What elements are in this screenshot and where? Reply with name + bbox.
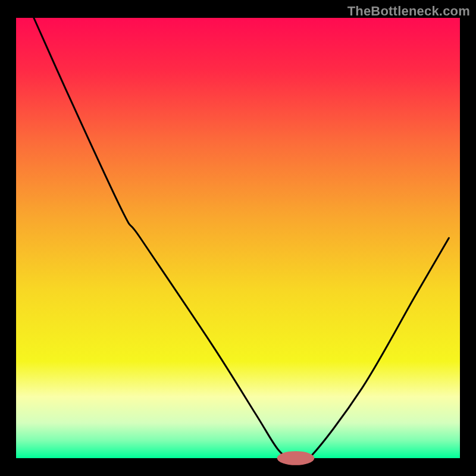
optimal-point-marker — [277, 451, 315, 465]
plot-background — [16, 18, 460, 458]
bottleneck-plot — [0, 0, 476, 476]
chart-frame: TheBottleneck.com — [0, 0, 476, 476]
